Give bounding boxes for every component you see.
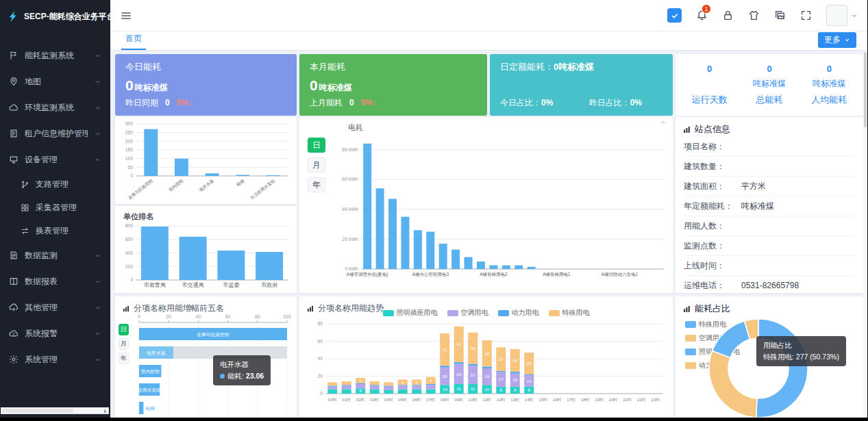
svg-text:走廊与应急照明: 走廊与应急照明 [197, 332, 230, 337]
gallery-icon[interactable] [774, 10, 786, 21]
site-info-row: 运维电话：0531-82665798 [684, 276, 855, 293]
tab-bar: 首页 更多 [110, 31, 867, 51]
svg-text:20: 20 [443, 374, 447, 379]
chevron-down-icon [94, 356, 101, 363]
sidebar-item-2[interactable]: 地图 [0, 68, 110, 94]
period-button-日[interactable]: 日 [119, 324, 129, 335]
svg-text:60: 60 [317, 339, 323, 344]
scrollbar-thumb[interactable] [864, 52, 867, 127]
svg-text:A楼消防动力泵电1: A楼消防动力泵电1 [602, 272, 638, 277]
growth-top5-chart[interactable]: 020406080100走廊与应急照明电开水器室内照明饮用水泵组电梯 [132, 313, 293, 416]
sidebar-item-5[interactable]: 设备管理 [0, 146, 110, 173]
electricity-chart[interactable]: 0 kWh20 kWh40 kWh60 kWh80 kWhA楼空调室外机(夏电)… [331, 123, 668, 290]
svg-text:0: 0 [130, 277, 133, 282]
legend-item[interactable]: 照明插座用电 [383, 308, 438, 318]
chevron-down-icon [94, 104, 101, 112]
svg-text:0: 0 [320, 391, 323, 396]
more-button[interactable]: 更多 [818, 32, 856, 48]
row-label: 年定额能耗： [684, 201, 741, 212]
theme-shirt-icon[interactable] [748, 10, 760, 21]
sidebar-subitem-1[interactable]: 支路管理 [0, 173, 110, 196]
card-value: 0吨标准煤 [125, 78, 286, 92]
sidebar-subitem-3[interactable]: 换表管理 [0, 219, 110, 242]
yesterday-ratio: 昨日占比：0% [589, 97, 642, 109]
svg-text:市监委: 市监委 [223, 282, 239, 288]
svg-text:27: 27 [499, 357, 504, 361]
svg-text:01时: 01时 [342, 397, 351, 402]
sidebar-item-6[interactable]: 数据监测 [0, 242, 110, 268]
svg-text:8: 8 [528, 387, 531, 392]
legend-item[interactable]: 动力用电 [498, 308, 539, 318]
notification-bell-icon[interactable]: 1 [696, 10, 708, 21]
period-button-月[interactable]: 月 [308, 157, 325, 173]
fullscreen-icon[interactable] [800, 10, 812, 21]
card-value: 0吨标准煤 [310, 78, 477, 92]
row-value: 吨标准煤 [741, 201, 774, 212]
branch-icon [21, 180, 29, 189]
period-button-年[interactable]: 年 [119, 353, 129, 364]
svg-text:41: 41 [456, 342, 461, 346]
sidebar-item-7[interactable]: 数据报表 [0, 268, 110, 294]
card-title: 今日能耗 [125, 61, 286, 73]
sidebar-item-10[interactable]: 系统管理 [0, 346, 110, 372]
svg-text:市交通局: 市交通局 [182, 281, 204, 288]
sidebar-item-label: 其他管理 [25, 302, 58, 314]
unit-rank-chart-panel: 单位排名 0200400600800市教育局市交通局市监委市政府 [115, 206, 297, 293]
gear-icon [9, 355, 18, 364]
svg-text:04时: 04时 [384, 397, 393, 402]
period-button-年[interactable]: 年 [308, 177, 325, 192]
menu-collapse-icon[interactable] [120, 10, 132, 22]
sidebar-subitem-2[interactable]: 采集器管理 [0, 196, 110, 219]
svg-text:40: 40 [317, 356, 323, 361]
trend-chart[interactable]: 02040608000时01时6602时03时04时605时606时807时10… [305, 320, 668, 416]
metric-label: 人均能耗 [811, 94, 847, 106]
row-label: 运维电话： [684, 280, 741, 292]
legend-label: 空调用电 [461, 308, 488, 318]
svg-text:电梯: 电梯 [236, 178, 245, 187]
scrollbar-right-arrow-icon[interactable] [104, 409, 107, 413]
tab-home[interactable]: 首页 [121, 33, 146, 50]
chevron-down-icon [94, 278, 101, 285]
legend-swatch [549, 310, 560, 316]
svg-text:18时: 18时 [581, 397, 590, 402]
svg-text:19: 19 [484, 374, 489, 379]
sidebar-item-3[interactable]: 环境监测系统 [0, 94, 110, 120]
sidebar-horizontal-scrollbar[interactable] [1, 407, 109, 414]
svg-text:13: 13 [527, 379, 532, 383]
svg-text:0: 0 [130, 173, 133, 178]
legend-item[interactable]: 特殊用电 [549, 308, 590, 318]
svg-text:23: 23 [456, 372, 461, 377]
period-button-日[interactable]: 日 [308, 138, 325, 153]
sidebar-item-label: 能耗监测系统 [25, 50, 74, 62]
subentry-rank-chart[interactable]: 050100150200250300走廊与应急照明室内照明电开水器电梯生活饮用水… [115, 117, 295, 202]
sidebar-item-8[interactable]: 其他管理 [0, 294, 110, 320]
sidebar-item-1[interactable]: 能耗监测系统 [0, 42, 110, 68]
user-avatar-menu[interactable] [826, 5, 858, 26]
legend-item[interactable]: 空调用电 [447, 308, 488, 318]
scrollbar-thumb[interactable] [2, 409, 73, 413]
svg-text:10时: 10时 [469, 397, 478, 402]
energy-ratio-donut-chart[interactable] [675, 314, 863, 418]
content-vertical-scrollbar[interactable] [863, 51, 867, 418]
svg-text:400: 400 [125, 251, 134, 255]
svg-text:市政府: 市政府 [261, 282, 277, 288]
sidebar-item-9[interactable]: 系统报警 [0, 320, 110, 346]
sidebar-item-label: 环境监测系统 [25, 102, 74, 114]
svg-text:6: 6 [360, 388, 362, 393]
summary-metric: 0运行天数 [680, 61, 739, 109]
message-check-icon[interactable] [667, 8, 682, 23]
svg-text:电梯: 电梯 [145, 406, 155, 411]
subentry-rank-chart-panel: 050100150200250300走廊与应急照明室内照明电开水器电梯生活饮用水… [115, 117, 297, 204]
legend-swatch [447, 310, 458, 316]
unit-rank-chart[interactable]: 0200400600800市教育局市交通局市监委市政府 [115, 222, 295, 293]
bar-chart-icon [682, 305, 691, 314]
lock-icon[interactable] [722, 10, 734, 21]
period-button-月[interactable]: 月 [119, 338, 129, 350]
sidebar-menu: 能耗监测系统地图环境监测系统租户信息维护管理设备管理支路管理采集器管理换表管理数… [0, 33, 110, 372]
sidebar-item-4[interactable]: 租户信息维护管理 [0, 120, 110, 146]
device-icon [9, 155, 18, 164]
site-info-panel: 站点信息 项目名称：建筑数量：建筑面积：平方米年定额能耗：吨标准煤用能人数：监测… [675, 117, 863, 293]
svg-text:26: 26 [512, 358, 517, 363]
brand-icon [7, 10, 19, 23]
book-icon [9, 277, 18, 286]
